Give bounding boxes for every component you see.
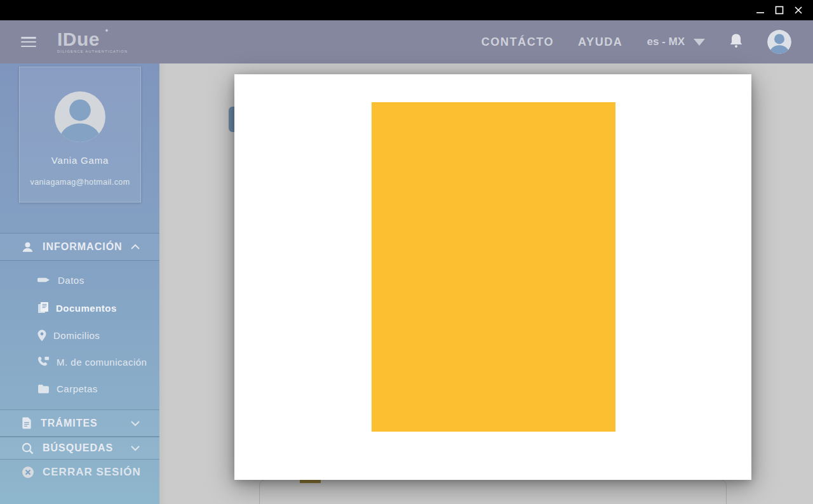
search-icon <box>22 442 34 454</box>
maximize-button[interactable] <box>770 2 789 18</box>
caret-down-icon <box>694 39 705 46</box>
window-titlebar[interactable] <box>0 0 813 20</box>
language-value: es - MX <box>647 36 685 48</box>
app-window: IDue DILIGENCE AUTHENTICATION CONTÁCTO A… <box>0 0 813 504</box>
app-header: IDue DILIGENCE AUTHENTICATION CONTÁCTO A… <box>0 20 813 63</box>
close-icon <box>794 6 803 15</box>
chevron-up-icon <box>130 244 140 250</box>
profile-email: vaniagamag@hotmail.com <box>20 178 140 187</box>
chevron-down-icon <box>130 420 140 427</box>
user-avatar-button[interactable] <box>767 30 791 54</box>
bell-icon <box>729 33 743 51</box>
sidebar-item-m-de-comunicacion[interactable]: M. de comunicación <box>0 348 159 375</box>
document-preview[interactable] <box>372 102 615 432</box>
logout-button[interactable]: CERRAR SESIÓN <box>0 459 159 486</box>
help-link[interactable]: AYUDA <box>578 36 622 49</box>
sidebar: Vania Gama vaniagamag@hotmail.com INFORM… <box>0 63 159 504</box>
logo-title: IDue <box>57 30 128 49</box>
language-selector[interactable]: es - MX <box>647 36 705 48</box>
header-actions: CONTÁCTO AYUDA es - MX <box>481 30 813 54</box>
notifications-button[interactable] <box>729 33 743 51</box>
card-icon <box>37 276 51 284</box>
minimize-icon <box>756 6 765 15</box>
document-preview-modal <box>234 74 751 480</box>
sidebar-item-carpetas[interactable]: Carpetas <box>0 375 159 402</box>
profile-avatar <box>55 91 105 142</box>
minimize-button[interactable] <box>751 2 770 18</box>
sidebar-section-tramites[interactable]: TRÁMITES <box>0 409 159 437</box>
person-icon <box>22 241 34 253</box>
documents-icon <box>37 302 49 314</box>
sidebar-item-label: Carpetas <box>57 383 98 394</box>
logout-label: CERRAR SESIÓN <box>43 466 141 479</box>
user-avatar-icon <box>767 45 791 54</box>
phone-icon <box>37 356 50 368</box>
sidebar-section-informacion[interactable]: INFORMACIÓN <box>0 233 159 261</box>
file-icon <box>22 417 32 429</box>
sidebar-item-label: Documentos <box>56 303 117 314</box>
sidebar-section-label: BÚSQUEDAS <box>43 442 113 454</box>
chevron-down-icon <box>130 445 140 451</box>
background-card-fragment <box>259 479 727 504</box>
close-button[interactable] <box>789 2 808 18</box>
sidebar-item-label: M. de comunicación <box>57 357 147 368</box>
profile-card: Vania Gama vaniagamag@hotmail.com <box>19 67 141 202</box>
sidebar-item-label: Domicilios <box>53 330 100 341</box>
menu-button[interactable] <box>21 37 36 47</box>
contact-link[interactable]: CONTÁCTO <box>481 36 554 49</box>
hamburger-icon <box>21 37 36 39</box>
sidebar-section-label: INFORMACIÓN <box>43 241 123 253</box>
sidebar-item-datos[interactable]: Datos <box>0 267 159 293</box>
folder-icon <box>37 384 50 394</box>
sidebar-section-label: TRÁMITES <box>41 418 98 429</box>
sidebar-item-documentos[interactable]: Documentos <box>0 295 159 321</box>
maximize-icon <box>775 6 784 15</box>
close-circle-icon <box>22 466 34 479</box>
app-logo: IDue DILIGENCE AUTHENTICATION <box>57 30 128 54</box>
sidebar-item-label: Datos <box>58 275 84 286</box>
profile-name: Vania Gama <box>20 155 140 166</box>
map-pin-icon <box>37 329 46 342</box>
logo-tagline: DILIGENCE AUTHENTICATION <box>57 50 128 54</box>
sidebar-item-domicilios[interactable]: Domicilios <box>0 322 159 348</box>
sidebar-section-busquedas[interactable]: BÚSQUEDAS <box>0 437 159 460</box>
